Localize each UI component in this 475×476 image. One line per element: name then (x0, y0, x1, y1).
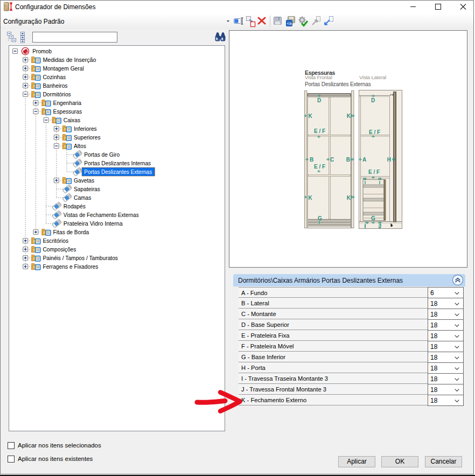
svg-text:Camas: Camas (74, 194, 92, 201)
svg-text:C: C (330, 157, 334, 163)
svg-text:Montagem Geral: Montagem Geral (43, 65, 83, 72)
svg-text:Vistas de Fechamento Externas: Vistas de Fechamento Externas (64, 212, 139, 218)
svg-text:Caixas: Caixas (64, 117, 81, 123)
svg-text:Altos: Altos (74, 143, 86, 149)
svg-text:Promob: Promob (32, 48, 52, 54)
svg-text:E / F: E / F (369, 129, 380, 135)
svg-text:Gavetas: Gavetas (74, 177, 95, 184)
svg-text:Painéis / Tampos / Tamburatos: Painéis / Tampos / Tamburatos (43, 255, 118, 261)
svg-text:B: B (310, 157, 313, 163)
svg-text:K: K (309, 195, 313, 201)
svg-text:K: K (309, 113, 313, 119)
svg-text:E / F: E / F (314, 128, 325, 134)
svg-text:Cozinhas: Cozinhas (43, 74, 66, 80)
svg-text:Vista Frontal: Vista Frontal (305, 74, 332, 80)
svg-text:Composições: Composições (43, 246, 76, 253)
svg-text:K: K (347, 195, 351, 201)
svg-text:<a: <a (287, 21, 292, 26)
svg-text:Ferragens e Fixadores: Ferragens e Fixadores (43, 263, 98, 270)
svg-text:A: A (362, 157, 366, 163)
svg-text:Escritórios: Escritórios (43, 237, 68, 244)
svg-text:E / F: E / F (368, 169, 380, 175)
svg-text:Banheiros: Banheiros (43, 82, 68, 89)
svg-text:D: D (317, 97, 321, 103)
svg-text:Vista Lateral: Vista Lateral (359, 74, 386, 80)
svg-text:G: G (371, 215, 375, 221)
svg-text:Dormitórios: Dormitórios (43, 91, 71, 97)
svg-text:Engenharia: Engenharia (53, 100, 82, 106)
svg-text:B: B (346, 157, 350, 163)
svg-text:D: D (371, 97, 375, 103)
svg-text:H: H (387, 157, 391, 163)
svg-text:Prateleira Vidro Interna: Prateleira Vidro Interna (64, 220, 123, 227)
svg-text:Espessuras: Espessuras (53, 108, 82, 115)
svg-text:Sapateiras: Sapateiras (74, 186, 100, 192)
svg-text:Portas Deslizantes Externas: Portas Deslizantes Externas (84, 169, 152, 175)
svg-text:Superiores: Superiores (74, 134, 101, 141)
svg-text:K: K (347, 113, 351, 119)
svg-text:E / F: E / F (314, 164, 325, 170)
svg-text:Portas Deslizantes Externas: Portas Deslizantes Externas (305, 81, 371, 87)
svg-text:Portas Deslizantes Internas: Portas Deslizantes Internas (84, 160, 151, 166)
svg-text:Fitas de Borda: Fitas de Borda (53, 229, 89, 235)
svg-text:G: G (318, 215, 322, 221)
svg-text:Medidas de Inserção: Medidas de Inserção (43, 57, 96, 63)
svg-text:Rodapés: Rodapés (64, 203, 86, 209)
svg-text:Portas de Giro: Portas de Giro (84, 151, 120, 158)
svg-text:J: J (379, 223, 382, 229)
svg-text:Inferiores: Inferiores (74, 125, 97, 132)
